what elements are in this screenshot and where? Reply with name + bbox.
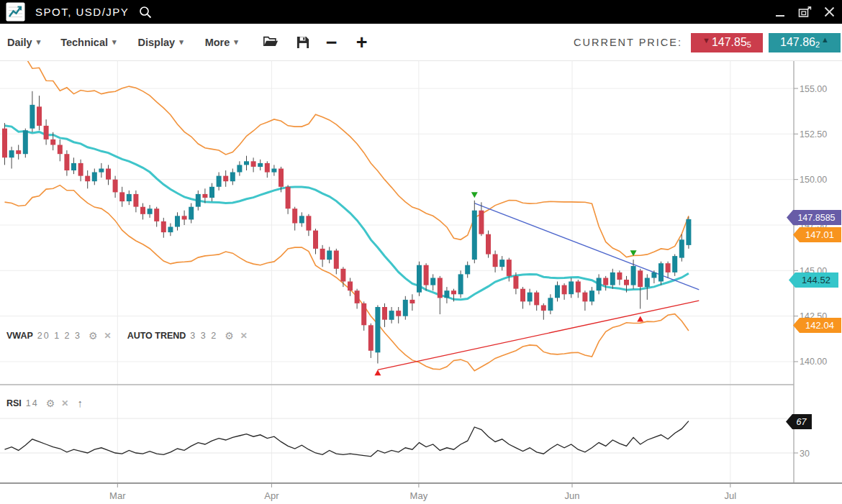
- ask-value: 147.86: [780, 36, 815, 49]
- vwap-settings-gear-icon[interactable]: ⚙: [89, 330, 98, 342]
- title-bar: SPOT, USD/JPY: [0, 0, 842, 24]
- last-price-tag: 147.8585: [787, 210, 841, 225]
- main-chart-legend: VWAP 20 1 2 3 ⚙ ✕ AUTO TREND 3 3 2 ⚙ ✕: [6, 330, 248, 342]
- bid-pip: 5: [747, 40, 751, 49]
- bid-price[interactable]: ▼ 147.85 5: [691, 33, 763, 52]
- auto-trend-remove-icon[interactable]: ✕: [240, 331, 248, 341]
- open-chart-button[interactable]: [263, 35, 279, 49]
- minimize-button[interactable]: [773, 5, 787, 19]
- search-icon[interactable]: [139, 6, 152, 19]
- svg-text:Jun: Jun: [565, 490, 580, 501]
- menu-daily-label: Daily: [7, 37, 32, 48]
- svg-text:150.00: 150.00: [800, 175, 827, 185]
- svg-text:Mar: Mar: [109, 490, 126, 501]
- ask-price[interactable]: 147.86 2 ▲: [769, 33, 841, 52]
- rsi-settings-gear-icon[interactable]: ⚙: [46, 398, 55, 409]
- rsi-remove-icon[interactable]: ✕: [61, 398, 68, 408]
- auto-trend-legend-params: 3 3 2: [190, 331, 217, 341]
- svg-text:May: May: [410, 490, 428, 501]
- current-price-label: CURRENT PRICE:: [574, 37, 682, 48]
- bid-value: 147.85: [712, 36, 747, 49]
- zoom-in-button[interactable]: +: [356, 35, 368, 50]
- upper-band-price-tag: 147.01: [793, 227, 841, 242]
- svg-text:155.00: 155.00: [800, 84, 827, 94]
- window-title: SPOT, USD/JPY: [35, 6, 129, 18]
- lower-band-price-tag: 142.04: [793, 318, 841, 333]
- floppy-disk-icon: [296, 35, 310, 50]
- menu-more[interactable]: More ▾: [205, 37, 238, 48]
- chevron-down-icon: ▾: [234, 37, 238, 47]
- svg-text:30: 30: [800, 449, 810, 459]
- price-chart[interactable]: 155.00152.50150.00147.50145.00142.50140.…: [0, 61, 842, 504]
- rsi-move-up-icon[interactable]: ↑: [77, 397, 83, 409]
- vwap-price-tag: 144.52: [789, 272, 838, 288]
- arrow-up-icon: ▲: [821, 35, 829, 44]
- current-price-panel: CURRENT PRICE: ▼ 147.85 5 147.86 2 ▲: [574, 24, 841, 61]
- menu-technical[interactable]: Technical ▾: [60, 37, 116, 48]
- rsi-legend-name: RSI: [6, 398, 22, 408]
- save-chart-button[interactable]: [296, 35, 310, 50]
- rsi-legend: RSI 14 ⚙ ✕ ↑: [6, 397, 83, 409]
- menu-display-label: Display: [138, 37, 176, 48]
- menu-daily[interactable]: Daily ▾: [7, 37, 40, 48]
- ask-pip: 2: [815, 40, 820, 49]
- svg-text:Apr: Apr: [264, 490, 279, 501]
- vwap-legend-params: 20 1 2 3: [37, 331, 81, 341]
- rsi-legend-params: 14: [26, 398, 39, 408]
- svg-text:152.50: 152.50: [800, 129, 827, 139]
- menu-more-label: More: [205, 37, 230, 48]
- zoom-out-button[interactable]: −: [326, 35, 338, 50]
- window-controls: [773, 0, 836, 24]
- chevron-down-icon: ▾: [112, 37, 117, 47]
- chevron-down-icon: ▾: [37, 37, 41, 47]
- chevron-down-icon: ▾: [179, 37, 184, 47]
- folder-open-icon: [263, 35, 279, 49]
- menu-technical-label: Technical: [60, 37, 108, 48]
- vwap-remove-icon[interactable]: ✕: [104, 331, 112, 341]
- svg-text:140.00: 140.00: [800, 357, 827, 367]
- svg-text:Jul: Jul: [725, 490, 737, 501]
- vwap-legend-name: VWAP: [6, 331, 33, 341]
- app-logo-icon: [6, 2, 25, 22]
- close-button[interactable]: [822, 5, 836, 19]
- toolbar: Daily ▾ Technical ▾ Display ▾ More ▾ − +…: [0, 24, 842, 61]
- arrow-down-icon: ▼: [702, 36, 710, 45]
- popout-button[interactable]: [797, 5, 812, 19]
- menu-display[interactable]: Display ▾: [138, 37, 184, 48]
- auto-trend-settings-gear-icon[interactable]: ⚙: [225, 330, 234, 342]
- auto-trend-legend-name: AUTO TREND: [127, 331, 186, 341]
